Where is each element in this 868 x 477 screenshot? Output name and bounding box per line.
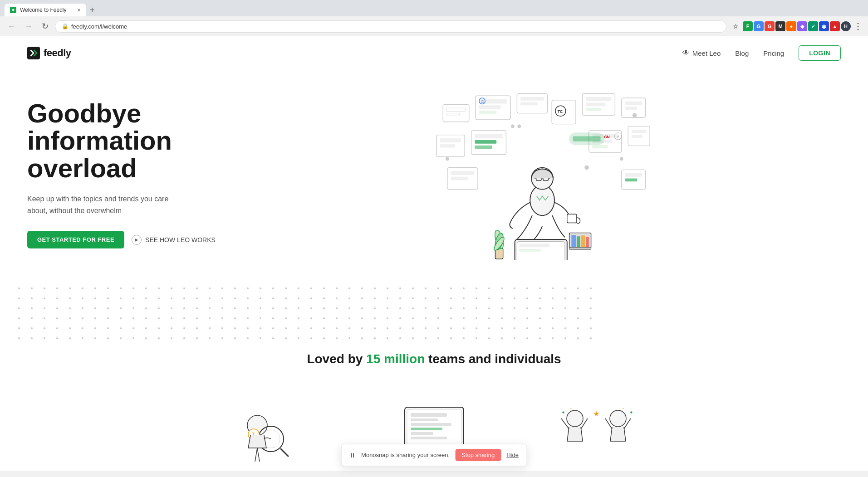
dot bbox=[94, 327, 96, 329]
tab-title: Welcome to Feedly bbox=[20, 7, 74, 13]
svg-rect-61 bbox=[567, 214, 576, 223]
dot bbox=[399, 327, 401, 329]
dot bbox=[196, 337, 198, 339]
dot bbox=[361, 307, 363, 309]
dot bbox=[158, 317, 160, 319]
dot bbox=[361, 297, 363, 299]
ext-icon-8[interactable]: ▲ bbox=[830, 21, 840, 31]
dot bbox=[158, 327, 160, 329]
dot bbox=[323, 327, 325, 329]
dot bbox=[247, 307, 249, 309]
dot bbox=[564, 307, 566, 309]
dot bbox=[247, 317, 249, 319]
ext-icon-2[interactable]: G bbox=[765, 21, 775, 31]
bookmark-icon[interactable]: ☆ bbox=[730, 21, 741, 32]
dot bbox=[56, 337, 58, 339]
dot bbox=[564, 297, 566, 299]
dot bbox=[120, 287, 122, 289]
svg-rect-19 bbox=[586, 108, 601, 111]
svg-rect-91 bbox=[411, 413, 447, 417]
dot bbox=[285, 317, 287, 319]
dot bbox=[56, 317, 58, 319]
dot bbox=[209, 307, 211, 309]
dot bbox=[476, 297, 477, 299]
profile-icon[interactable]: H bbox=[841, 21, 851, 31]
address-bar[interactable]: 🔒 feedly.com/i/welcome bbox=[55, 20, 726, 33]
dot bbox=[132, 297, 134, 299]
dot bbox=[539, 287, 541, 289]
dot bbox=[348, 337, 350, 339]
notification-message: Monosnap is sharing your screen. bbox=[361, 452, 450, 458]
hide-button[interactable]: Hide bbox=[506, 452, 519, 458]
dot bbox=[94, 297, 96, 299]
meet-leo-link[interactable]: 👁 Meet Leo bbox=[682, 49, 721, 57]
refresh-button[interactable]: ↻ bbox=[39, 19, 51, 33]
ext-icon-1[interactable]: G bbox=[754, 21, 764, 31]
dot bbox=[132, 327, 134, 329]
pricing-link[interactable]: Pricing bbox=[763, 49, 784, 57]
hero-section: Goodbye information overload Keep up wit… bbox=[0, 70, 868, 269]
dots-section: // Will be generated by JS below Loved b… bbox=[0, 269, 868, 389]
dot bbox=[425, 307, 427, 309]
blog-link[interactable]: Blog bbox=[735, 49, 749, 57]
dot bbox=[336, 307, 338, 309]
dot bbox=[552, 337, 554, 339]
forward-button[interactable]: → bbox=[22, 20, 35, 33]
ext-icon-6[interactable]: ✓ bbox=[808, 21, 818, 31]
get-started-button[interactable]: GET STARTED FOR FREE bbox=[27, 231, 124, 248]
dot bbox=[18, 297, 20, 299]
dot bbox=[107, 317, 109, 319]
svg-rect-29 bbox=[475, 146, 492, 149]
ext-icon-5[interactable]: ◆ bbox=[797, 21, 807, 31]
feedly-ext-icon[interactable]: F bbox=[743, 21, 753, 31]
notification-icon: ⏸ bbox=[349, 452, 356, 459]
dot bbox=[590, 287, 592, 289]
dot bbox=[298, 327, 299, 329]
bottom-illustration-left: T bbox=[207, 398, 334, 471]
dot bbox=[107, 337, 109, 339]
ext-icon-3[interactable]: M bbox=[775, 21, 785, 31]
dot bbox=[209, 297, 211, 299]
dot bbox=[18, 327, 20, 329]
dot bbox=[120, 297, 122, 299]
svg-point-51 bbox=[619, 157, 623, 161]
dots-pattern bbox=[0, 287, 868, 339]
logo-link[interactable]: feedly bbox=[27, 47, 71, 59]
back-button[interactable]: ← bbox=[5, 20, 18, 33]
dot bbox=[361, 287, 363, 289]
new-tab-button[interactable]: + bbox=[86, 5, 98, 15]
dot bbox=[94, 317, 96, 319]
dot bbox=[577, 337, 579, 339]
dot bbox=[183, 307, 185, 309]
dot bbox=[488, 337, 490, 339]
ext-icon-4[interactable]: ● bbox=[786, 21, 796, 31]
dot bbox=[476, 337, 477, 339]
hero-description: Keep up with the topics and trends you c… bbox=[27, 193, 191, 216]
dot bbox=[437, 297, 439, 299]
dot bbox=[476, 287, 477, 289]
active-tab[interactable]: Welcome to Feedly × bbox=[5, 4, 86, 16]
login-button[interactable]: LOGIN bbox=[799, 45, 841, 61]
svg-rect-45 bbox=[625, 179, 637, 182]
dot bbox=[552, 307, 554, 309]
svg-rect-94 bbox=[411, 428, 442, 430]
dot bbox=[590, 297, 592, 299]
play-icon: ▶ bbox=[132, 235, 142, 245]
close-tab-button[interactable]: × bbox=[77, 6, 81, 14]
dot bbox=[260, 337, 261, 339]
hero-title: Goodbye information overload bbox=[27, 100, 218, 183]
ext-icon-7[interactable]: ◉ bbox=[819, 21, 829, 31]
dot bbox=[221, 327, 223, 329]
stop-sharing-button[interactable]: Stop sharing bbox=[455, 449, 501, 461]
dot bbox=[437, 327, 439, 329]
svg-text:✦: ✦ bbox=[629, 410, 633, 415]
dot bbox=[399, 297, 401, 299]
menu-icon[interactable]: ⋮ bbox=[853, 21, 863, 32]
dot bbox=[183, 327, 185, 329]
dot bbox=[171, 297, 172, 299]
dot bbox=[425, 337, 427, 339]
dot bbox=[158, 287, 160, 289]
dot bbox=[488, 287, 490, 289]
see-leo-button[interactable]: ▶ SEE HOW LEO WORKS bbox=[132, 235, 216, 245]
dot bbox=[361, 327, 363, 329]
